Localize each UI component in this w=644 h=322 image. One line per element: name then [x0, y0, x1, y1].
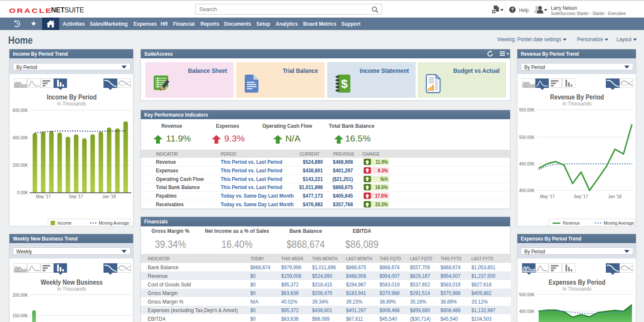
svg-text:$: $	[341, 77, 348, 90]
svg-text:?: ?	[511, 7, 513, 12]
